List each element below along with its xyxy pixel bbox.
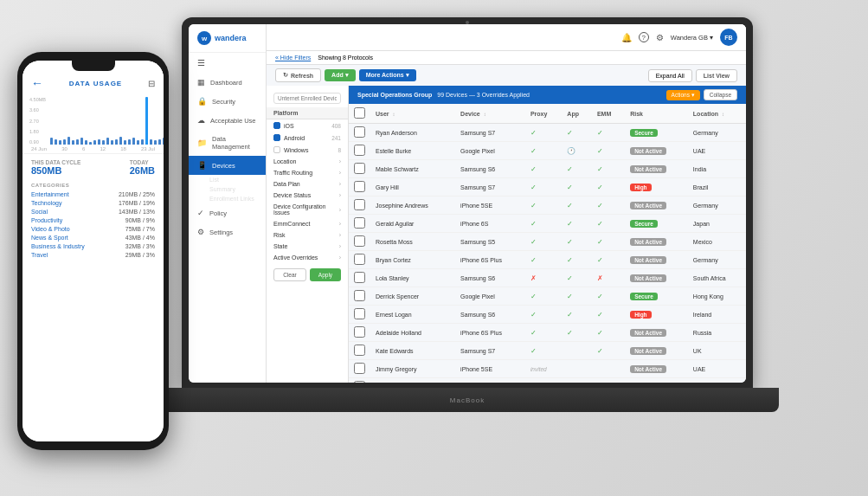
- row-checkbox[interactable]: [354, 145, 365, 156]
- table-row[interactable]: Josie Stone iPhone 6S Plus ✓ ✓ ✓ High Ru…: [349, 378, 746, 383]
- list-item[interactable]: Travel29MB / 3%: [31, 252, 155, 258]
- row-device: Samsung S7: [455, 178, 525, 196]
- table-row[interactable]: Bryan Cortez iPhone 6S Plus ✓ ✓ ✓ Not Ac…: [349, 251, 746, 269]
- table-row[interactable]: Ernest Logan Samsung S6 ✓ ✓ ✓ High Irela…: [349, 306, 746, 324]
- phone-title: DATA USAGE: [43, 80, 148, 87]
- help-icon[interactable]: ?: [639, 32, 649, 42]
- sidebar-item-policy[interactable]: ✓ Policy: [189, 203, 266, 222]
- list-item[interactable]: News & Sport43MB / 4%: [31, 235, 155, 241]
- col-location[interactable]: Location ↕: [688, 104, 746, 124]
- gear-icon[interactable]: ⚙: [656, 33, 664, 42]
- table-row[interactable]: Derrick Spencer Google Pixel ✓ ✓ ✓ Secur…: [349, 287, 746, 306]
- table-row[interactable]: Estelle Burke Google Pixel ✓ 🕐 ✓ Not Act…: [349, 142, 746, 160]
- clear-filter-button[interactable]: Clear: [273, 268, 306, 281]
- filter-device-config[interactable]: Device Configuration Issues ›: [267, 201, 348, 218]
- table-row[interactable]: Rosetta Moss Samsung S5 ✓ ✓ ✓ Not Active…: [349, 233, 746, 251]
- sidebar-subitem-summary[interactable]: Summary: [189, 184, 266, 194]
- table-row[interactable]: Mable Schwartz Samsung S6 ✓ ✓ ✓ Not Acti…: [349, 160, 746, 178]
- app-clock: 🕐: [567, 147, 575, 155]
- expand-all-button[interactable]: Expand All: [648, 69, 692, 82]
- col-risk[interactable]: Risk: [625, 104, 688, 124]
- filter-ios[interactable]: iOS 408: [267, 119, 348, 132]
- apply-filter-button[interactable]: Apply: [310, 268, 341, 281]
- sidebar-item-devices[interactable]: 📱 Devices: [189, 156, 266, 175]
- row-checkbox[interactable]: [354, 199, 365, 210]
- sidebar-item-data-management[interactable]: 📁 Data Management: [189, 130, 266, 156]
- filter-risk[interactable]: Risk ›: [267, 229, 348, 241]
- row-checkbox[interactable]: [354, 272, 365, 283]
- table-row[interactable]: Ryan Anderson Samsung S7 ✓ ✓ ✓ Secure Ge…: [349, 124, 746, 142]
- filter-data-plan[interactable]: Data Plan ›: [267, 178, 348, 190]
- device-sort-icon: ↕: [484, 112, 486, 117]
- row-checkbox[interactable]: [354, 126, 365, 138]
- filter-location[interactable]: Location ›: [267, 156, 348, 167]
- filter-traffic-routing[interactable]: Traffic Routing ›: [267, 167, 348, 178]
- windows-checkbox[interactable]: [273, 146, 280, 153]
- row-checkbox[interactable]: [354, 308, 365, 319]
- row-device: Samsung S6: [455, 269, 525, 287]
- filter-android[interactable]: Android 241: [267, 132, 348, 144]
- row-checkbox[interactable]: [354, 254, 365, 265]
- list-view-button[interactable]: List View: [696, 69, 737, 82]
- hamburger-icon[interactable]: ☰: [189, 53, 266, 73]
- filter-state[interactable]: State ›: [267, 241, 348, 252]
- more-actions-button[interactable]: More Actions ▾: [359, 69, 416, 81]
- sidebar-item-settings[interactable]: ⚙ Settings: [189, 222, 266, 242]
- col-proxy[interactable]: Proxy: [525, 104, 562, 124]
- col-app[interactable]: App: [562, 104, 592, 124]
- categories-label: CATEGORIES: [31, 183, 155, 188]
- table-row[interactable]: Jimmy Gregory iPhone 5SE invited Not Act…: [349, 360, 746, 378]
- filter-device-status[interactable]: Device Status ›: [267, 190, 348, 201]
- user-label[interactable]: Wandera GB ▾: [671, 34, 713, 42]
- android-checkbox[interactable]: [273, 134, 280, 141]
- group-actions-button[interactable]: Actions ▾: [666, 90, 700, 100]
- back-icon[interactable]: ←: [31, 76, 43, 90]
- row-checkbox[interactable]: [354, 163, 365, 174]
- row-app: ✓: [562, 324, 592, 342]
- user-avatar[interactable]: FB: [720, 29, 737, 46]
- list-item[interactable]: Productivity90MB / 9%: [31, 217, 155, 223]
- row-checkbox[interactable]: [354, 290, 365, 301]
- sidebar-item-acceptable-use[interactable]: ☁ Acceptable Use: [189, 111, 266, 130]
- table-row[interactable]: Adelaide Holland iPhone 6S Plus ✓ ✓ ✓ No…: [349, 324, 746, 342]
- row-checkbox-cell: [349, 160, 370, 178]
- row-checkbox[interactable]: [354, 381, 365, 383]
- hide-filters-link[interactable]: « Hide Filters: [275, 55, 311, 61]
- row-checkbox[interactable]: [354, 181, 365, 192]
- add-button[interactable]: Add ▾: [325, 69, 356, 81]
- filter-active-overrides[interactable]: Active Overrides ›: [267, 252, 348, 263]
- sidebar-subitem-enrollment[interactable]: Enrollment Links: [189, 194, 266, 203]
- row-emm: ✓: [592, 324, 625, 342]
- list-item[interactable]: Video & Photo75MB / 7%: [31, 226, 155, 232]
- col-user[interactable]: User ↕: [370, 104, 455, 124]
- filter-emm-connect[interactable]: EmmConnect ›: [267, 218, 348, 229]
- row-checkbox[interactable]: [354, 326, 365, 338]
- list-item[interactable]: Business & Industry32MB / 3%: [31, 243, 155, 249]
- table-row[interactable]: Josephine Andrews iPhone 5SE ✓ ✓ ✓ Not A…: [349, 196, 746, 215]
- notification-icon[interactable]: 🔔: [621, 33, 632, 42]
- table-row[interactable]: Gary Hill Samsung S7 ✓ ✓ ✓ High Brazil: [349, 178, 746, 196]
- list-item[interactable]: Entertainment210MB / 25%: [31, 191, 155, 197]
- row-app: ✓: [562, 124, 592, 142]
- row-checkbox[interactable]: [354, 345, 365, 356]
- list-item[interactable]: Social143MB / 13%: [31, 209, 155, 215]
- col-emm[interactable]: EMM: [592, 104, 625, 124]
- filter-windows[interactable]: Windows 8: [267, 144, 348, 156]
- phone-filter-icon[interactable]: ⊟: [148, 79, 155, 88]
- refresh-button[interactable]: ↻ Refresh: [275, 68, 321, 82]
- ios-checkbox[interactable]: [273, 122, 280, 129]
- search-input[interactable]: [273, 93, 341, 104]
- select-all-checkbox[interactable]: [354, 107, 365, 119]
- row-checkbox[interactable]: [354, 235, 365, 247]
- row-checkbox[interactable]: [354, 217, 365, 229]
- table-row[interactable]: Lola Stanley Samsung S6 ✗ ✓ ✗ Not Active…: [349, 269, 746, 287]
- list-item[interactable]: Technology176MB / 19%: [31, 200, 155, 206]
- table-row[interactable]: Kate Edwards Samsung S7 ✓ ✓ Not Active U…: [349, 342, 746, 360]
- collapse-button[interactable]: Collapse: [704, 89, 737, 100]
- sidebar-item-security[interactable]: 🔒 Security: [189, 92, 266, 111]
- sidebar-subitem-list[interactable]: List: [189, 175, 266, 184]
- table-row[interactable]: Gerald Aguilar iPhone 6S ✓ ✓ ✓ Secure Ja…: [349, 215, 746, 233]
- row-checkbox[interactable]: [354, 363, 365, 374]
- sidebar-item-dashboard[interactable]: ▦ Dashboard: [189, 73, 266, 92]
- col-device[interactable]: Device ↕: [455, 104, 525, 124]
